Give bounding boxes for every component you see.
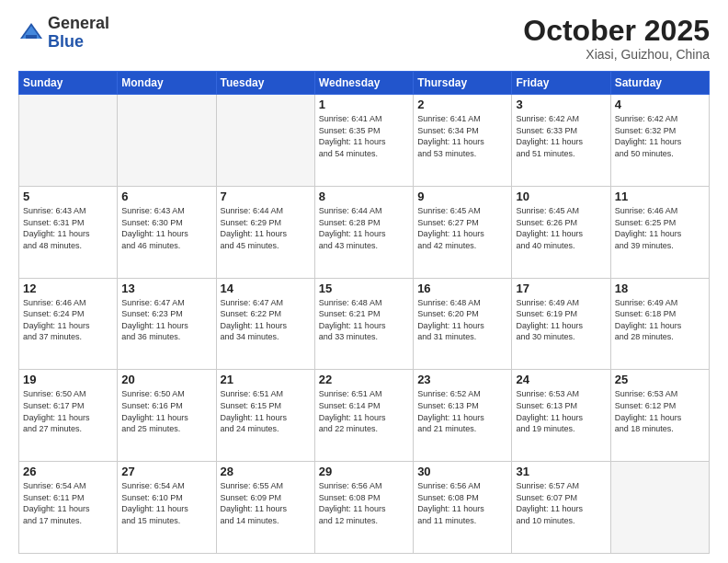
calendar-cell: 7Sunrise: 6:44 AM Sunset: 6:29 PM Daylig… — [216, 186, 314, 278]
calendar-cell: 26Sunrise: 6:54 AM Sunset: 6:11 PM Dayli… — [19, 462, 118, 554]
calendar-header-thursday: Thursday — [414, 72, 512, 95]
day-number: 1 — [319, 98, 409, 111]
day-info: Sunrise: 6:47 AM Sunset: 6:23 PM Dayligh… — [121, 297, 211, 343]
calendar-cell — [19, 95, 118, 187]
day-info: Sunrise: 6:51 AM Sunset: 6:15 PM Dayligh… — [221, 388, 311, 434]
page: General Blue October 2025 Xiasi, Guizhou… — [0, 0, 728, 563]
logo-general-text: General — [48, 14, 109, 32]
calendar-cell — [118, 95, 216, 187]
calendar-cell: 19Sunrise: 6:50 AM Sunset: 6:17 PM Dayli… — [19, 370, 118, 462]
day-info: Sunrise: 6:50 AM Sunset: 6:17 PM Dayligh… — [23, 388, 113, 434]
day-number: 18 — [615, 282, 705, 295]
calendar-week-1: 1Sunrise: 6:41 AM Sunset: 6:35 PM Daylig… — [19, 95, 710, 187]
day-info: Sunrise: 6:43 AM Sunset: 6:30 PM Dayligh… — [121, 205, 211, 251]
day-info: Sunrise: 6:45 AM Sunset: 6:27 PM Dayligh… — [417, 205, 507, 251]
calendar-cell: 30Sunrise: 6:56 AM Sunset: 6:08 PM Dayli… — [414, 462, 512, 554]
day-number: 12 — [23, 282, 113, 295]
calendar-cell: 23Sunrise: 6:52 AM Sunset: 6:13 PM Dayli… — [414, 370, 512, 462]
day-info: Sunrise: 6:50 AM Sunset: 6:16 PM Dayligh… — [121, 388, 211, 434]
calendar-cell — [216, 95, 314, 187]
calendar-cell: 18Sunrise: 6:49 AM Sunset: 6:18 PM Dayli… — [610, 278, 709, 370]
calendar-cell: 14Sunrise: 6:47 AM Sunset: 6:22 PM Dayli… — [216, 278, 314, 370]
calendar-cell: 31Sunrise: 6:57 AM Sunset: 6:07 PM Dayli… — [512, 462, 610, 554]
calendar-cell: 8Sunrise: 6:44 AM Sunset: 6:28 PM Daylig… — [314, 186, 413, 278]
logo-blue-text: Blue — [48, 32, 84, 51]
calendar-cell: 28Sunrise: 6:55 AM Sunset: 6:09 PM Dayli… — [216, 462, 314, 554]
day-number: 14 — [221, 282, 311, 295]
day-number: 21 — [221, 373, 311, 386]
day-info: Sunrise: 6:48 AM Sunset: 6:20 PM Dayligh… — [417, 297, 507, 343]
calendar-week-3: 12Sunrise: 6:46 AM Sunset: 6:24 PM Dayli… — [19, 278, 710, 370]
day-number: 13 — [121, 282, 211, 295]
day-info: Sunrise: 6:48 AM Sunset: 6:21 PM Dayligh… — [319, 297, 409, 343]
calendar-cell: 2Sunrise: 6:41 AM Sunset: 6:34 PM Daylig… — [414, 95, 512, 187]
calendar-header-row: SundayMondayTuesdayWednesdayThursdayFrid… — [19, 72, 710, 95]
day-number: 4 — [615, 98, 705, 111]
svg-rect-2 — [26, 35, 37, 39]
calendar-cell: 11Sunrise: 6:46 AM Sunset: 6:25 PM Dayli… — [610, 186, 709, 278]
day-number: 8 — [319, 190, 409, 203]
calendar-week-4: 19Sunrise: 6:50 AM Sunset: 6:17 PM Dayli… — [19, 370, 710, 462]
day-info: Sunrise: 6:46 AM Sunset: 6:25 PM Dayligh… — [615, 205, 705, 251]
day-number: 6 — [121, 190, 211, 203]
day-number: 27 — [121, 465, 211, 478]
day-number: 20 — [121, 373, 211, 386]
day-info: Sunrise: 6:54 AM Sunset: 6:11 PM Dayligh… — [23, 480, 113, 526]
day-info: Sunrise: 6:41 AM Sunset: 6:35 PM Dayligh… — [319, 113, 409, 159]
day-info: Sunrise: 6:43 AM Sunset: 6:31 PM Dayligh… — [23, 205, 113, 251]
day-number: 7 — [221, 190, 311, 203]
calendar-cell: 10Sunrise: 6:45 AM Sunset: 6:26 PM Dayli… — [512, 186, 610, 278]
calendar-cell: 17Sunrise: 6:49 AM Sunset: 6:19 PM Dayli… — [512, 278, 610, 370]
day-info: Sunrise: 6:54 AM Sunset: 6:10 PM Dayligh… — [121, 480, 211, 526]
day-info: Sunrise: 6:49 AM Sunset: 6:18 PM Dayligh… — [615, 297, 705, 343]
day-number: 19 — [23, 373, 113, 386]
day-info: Sunrise: 6:53 AM Sunset: 6:12 PM Dayligh… — [615, 388, 705, 434]
logo-icon — [18, 20, 44, 46]
logo-text: General Blue — [48, 15, 109, 52]
calendar-header-wednesday: Wednesday — [314, 72, 413, 95]
header: General Blue October 2025 Xiasi, Guizhou… — [18, 15, 710, 62]
day-info: Sunrise: 6:41 AM Sunset: 6:34 PM Dayligh… — [417, 113, 507, 159]
calendar-cell: 20Sunrise: 6:50 AM Sunset: 6:16 PM Dayli… — [118, 370, 216, 462]
day-info: Sunrise: 6:46 AM Sunset: 6:24 PM Dayligh… — [23, 297, 113, 343]
day-info: Sunrise: 6:44 AM Sunset: 6:28 PM Dayligh… — [319, 205, 409, 251]
day-number: 2 — [417, 98, 507, 111]
calendar-cell: 4Sunrise: 6:42 AM Sunset: 6:32 PM Daylig… — [610, 95, 709, 187]
day-info: Sunrise: 6:56 AM Sunset: 6:08 PM Dayligh… — [319, 480, 409, 526]
calendar-cell: 15Sunrise: 6:48 AM Sunset: 6:21 PM Dayli… — [314, 278, 413, 370]
calendar-cell: 3Sunrise: 6:42 AM Sunset: 6:33 PM Daylig… — [512, 95, 610, 187]
logo: General Blue — [18, 15, 109, 52]
day-info: Sunrise: 6:49 AM Sunset: 6:19 PM Dayligh… — [516, 297, 606, 343]
calendar-header-sunday: Sunday — [19, 72, 118, 95]
calendar-week-5: 26Sunrise: 6:54 AM Sunset: 6:11 PM Dayli… — [19, 462, 710, 554]
day-info: Sunrise: 6:42 AM Sunset: 6:33 PM Dayligh… — [516, 113, 606, 159]
calendar-cell: 6Sunrise: 6:43 AM Sunset: 6:30 PM Daylig… — [118, 186, 216, 278]
day-number: 28 — [221, 465, 311, 478]
calendar-header-monday: Monday — [118, 72, 216, 95]
day-number: 3 — [516, 98, 606, 111]
calendar-cell: 24Sunrise: 6:53 AM Sunset: 6:13 PM Dayli… — [512, 370, 610, 462]
calendar-header-friday: Friday — [512, 72, 610, 95]
day-number: 22 — [319, 373, 409, 386]
calendar-cell: 22Sunrise: 6:51 AM Sunset: 6:14 PM Dayli… — [314, 370, 413, 462]
day-info: Sunrise: 6:52 AM Sunset: 6:13 PM Dayligh… — [417, 388, 507, 434]
calendar-header-tuesday: Tuesday — [216, 72, 314, 95]
month-title: October 2025 — [523, 15, 710, 47]
title-block: October 2025 Xiasi, Guizhou, China — [523, 15, 710, 62]
day-info: Sunrise: 6:51 AM Sunset: 6:14 PM Dayligh… — [319, 388, 409, 434]
day-info: Sunrise: 6:42 AM Sunset: 6:32 PM Dayligh… — [615, 113, 705, 159]
calendar-cell: 29Sunrise: 6:56 AM Sunset: 6:08 PM Dayli… — [314, 462, 413, 554]
calendar-cell: 9Sunrise: 6:45 AM Sunset: 6:27 PM Daylig… — [414, 186, 512, 278]
day-info: Sunrise: 6:44 AM Sunset: 6:29 PM Dayligh… — [221, 205, 311, 251]
day-number: 9 — [417, 190, 507, 203]
day-info: Sunrise: 6:53 AM Sunset: 6:13 PM Dayligh… — [516, 388, 606, 434]
calendar-header-saturday: Saturday — [610, 72, 709, 95]
day-number: 30 — [417, 465, 507, 478]
calendar-cell: 25Sunrise: 6:53 AM Sunset: 6:12 PM Dayli… — [610, 370, 709, 462]
calendar-cell — [610, 462, 709, 554]
calendar-cell: 13Sunrise: 6:47 AM Sunset: 6:23 PM Dayli… — [118, 278, 216, 370]
day-number: 5 — [23, 190, 113, 203]
location: Xiasi, Guizhou, China — [523, 47, 710, 62]
day-number: 29 — [319, 465, 409, 478]
day-info: Sunrise: 6:57 AM Sunset: 6:07 PM Dayligh… — [516, 480, 606, 526]
